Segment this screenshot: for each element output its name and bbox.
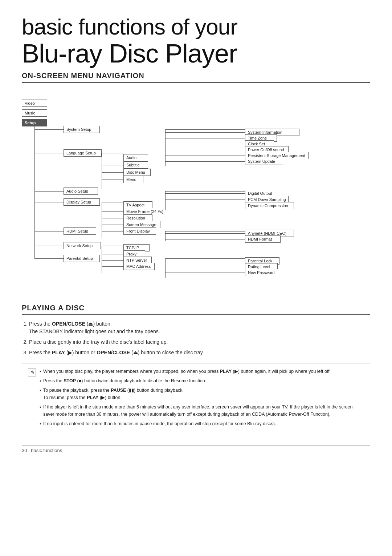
hline-hdmi-to-col3 (165, 231, 245, 231)
menu-language-setup: Language Setup (64, 149, 102, 157)
vline-display (102, 202, 102, 238)
menu-mac: MAC Address (123, 263, 155, 270)
nav-section-title: On-Screen Menu Navigation (22, 72, 370, 83)
hline-proxy (102, 254, 123, 254)
hline-subtitle (102, 165, 123, 165)
menu-diagram: Video Music Setup System Setup Language … (22, 89, 370, 293)
menu-new-password: New Password (245, 269, 281, 276)
hline-password (165, 273, 245, 273)
menu-tv-aspect: TV Aspect (123, 201, 152, 209)
menu-dynamic: Dynamic Compression (245, 202, 294, 209)
vline-network (102, 246, 102, 273)
menu-network-setup: Network Setup (64, 242, 101, 249)
menu-audio-setup: Audio Setup (64, 188, 98, 195)
menu-screen-message: Screen Message (123, 221, 160, 228)
menu-front-display: Front Display (123, 227, 156, 235)
hline-hdmi-format (165, 239, 245, 239)
note-5: If no input is entered for more than 5 m… (40, 420, 364, 427)
menu-display-setup: Display Setup (64, 198, 100, 206)
note-content: When you stop disc play, the player reme… (40, 368, 364, 427)
hline-screen-message (102, 225, 123, 225)
menu-subtitle: Subtitle (123, 161, 148, 169)
hline-pcm (165, 200, 245, 200)
step2-text: Place a disc gently into the tray with t… (29, 339, 168, 345)
playing-section-title: Playing a Disc (22, 304, 370, 315)
menu-system-setup: System Setup (64, 126, 100, 133)
note-3: To pause the playback, press the PAUSE (… (40, 387, 364, 401)
hline-resolution (102, 218, 123, 218)
vline-parental (165, 258, 166, 278)
menu-movie-frame: Movie Frame (24 Fs) (123, 208, 163, 215)
hline-parental-to-col3 (165, 258, 245, 259)
hline-audio (34, 191, 64, 192)
hline-timezone (165, 138, 245, 138)
note-1: When you stop disc play, the player reme… (40, 368, 364, 375)
menu-menu: Menu (123, 176, 143, 183)
step-3: Press the PLAY (▶) button or OPEN/CLOSE … (29, 349, 370, 356)
hline-system-to-col3 (165, 129, 245, 130)
hline-clockset (165, 144, 245, 144)
hline-parental (34, 258, 64, 259)
hline-display-to-col2 (102, 202, 123, 202)
note-icon: ✎ (28, 368, 36, 376)
title-line2: Blu-ray Disc Player (22, 39, 370, 68)
hline-tcpip (102, 248, 123, 248)
hline-sysupdate (165, 161, 245, 162)
hline-mac (102, 266, 123, 267)
vline-audio-setup (165, 191, 166, 210)
menu-disc-menu: Disc Menu (123, 169, 151, 176)
hline-hdmi (34, 231, 64, 231)
hline-display (34, 202, 64, 202)
menu-hdmi-format: HDMI Format (245, 235, 281, 243)
hline-menu (102, 180, 123, 180)
menu-sysupdate: System Update (245, 158, 283, 165)
hline-tv-aspect (102, 205, 123, 205)
title-line1: basic functions of your (22, 15, 370, 39)
hline-front-display (102, 231, 123, 231)
hline-audio-lang (102, 158, 123, 158)
hline-ntp (102, 260, 123, 261)
vline-lang (102, 153, 102, 189)
vline-hdmi (165, 231, 166, 241)
menu-parental-setup: Parental Setup (64, 255, 100, 262)
hline-power-sound (165, 150, 245, 150)
step-2: Place a disc gently into the tray with t… (29, 338, 370, 346)
menu-video: Video (22, 100, 47, 107)
step3-bold2: OPEN/CLOSE (97, 350, 130, 355)
playing-section: Playing a Disc Press the OPEN/CLOSE (⏏) … (22, 304, 370, 434)
menu-resolution: Resolution (123, 214, 152, 222)
menu-audio: Audio (123, 154, 148, 161)
note-2: Press the STOP (■) button twice during p… (40, 377, 364, 384)
hline-network (34, 246, 64, 246)
hline-network-to-col2 (102, 246, 123, 246)
step1-sub: The STANDBY indicator light goes out and… (29, 329, 160, 334)
hline-disc-menu (102, 172, 123, 173)
step-1: Press the OPEN/CLOSE (⏏) button. The STA… (29, 320, 370, 335)
hline-storage (165, 156, 245, 156)
note-4: If the player is left in the stop mode m… (40, 403, 364, 418)
hline-rating (165, 267, 245, 267)
note-box: ✎ When you stop disc play, the player re… (22, 363, 370, 434)
menu-hdmi-setup: HDMI Setup (64, 227, 96, 235)
step3-bold1: PLAY (52, 350, 65, 355)
hline-system (34, 129, 64, 130)
hline-lang-to-col2 (102, 153, 123, 153)
step1-bold1: OPEN/CLOSE (52, 321, 85, 327)
footer: 30_ basic functions (22, 445, 370, 453)
hline-movie-frame (102, 211, 123, 212)
hline-dynamic (165, 206, 245, 206)
hline-anynet (165, 233, 245, 234)
hline-audio-to-col3 (165, 191, 245, 192)
steps-list: Press the OPEN/CLOSE (⏏) button. The STA… (22, 320, 370, 356)
hline-parental-lock (165, 261, 245, 261)
page-title: basic functions of your Blu-ray Disc Pla… (22, 15, 370, 68)
menu-music: Music (22, 109, 47, 117)
hline-digital-out (165, 193, 245, 194)
hline-sysinfo (165, 132, 245, 133)
hline-language (34, 153, 64, 153)
nav-section: On-Screen Menu Navigation Video Music Se… (22, 72, 370, 293)
vline-system (165, 129, 166, 166)
